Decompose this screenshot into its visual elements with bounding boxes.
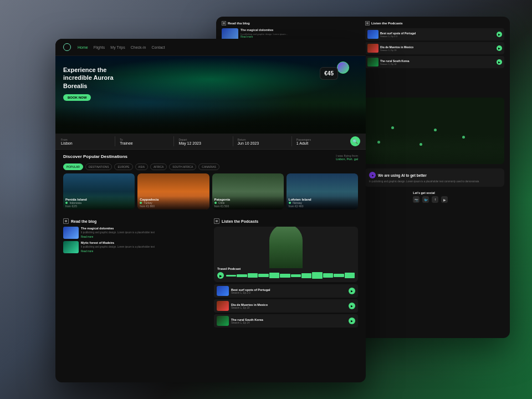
filter-popular[interactable]: POPULAR (63, 163, 83, 170)
dest-price-penida: from €2/5 (65, 204, 132, 208)
dest-card-cappadocia[interactable]: Cappadocia Turkey from €1 860 (137, 173, 209, 209)
destinations-title: Discover Popular Destinations (63, 154, 127, 160)
dest-card-lofoten[interactable]: Lofoten Island Norway from €2 460 (287, 173, 358, 209)
back-play-icon-1: ▶ (498, 33, 500, 36)
podcast-face-inner (269, 227, 303, 268)
blog-section-header: Read the blog (63, 218, 207, 224)
main-wrapper: Read tha blog The magical dolomites It p… (55, 17, 510, 382)
back-podcast-info-3: The rural South Korea Season 1, Ep 14 (380, 59, 495, 65)
instagram-icon[interactable]: 📷 (413, 196, 420, 203)
podcast-thumb-1 (217, 286, 229, 296)
search-divider-2 (173, 136, 174, 146)
search-icon: 🔍 (352, 139, 358, 144)
back-podcast-play-btn-2[interactable]: ▶ (497, 45, 502, 51)
destination-filters: POPULAR DESTINATIONS EUROPE ASIA AFRICA … (63, 163, 358, 170)
search-field-pax: Passengers 1 Adult (296, 138, 346, 145)
destinations-header: Discover Popular Destinations I was flyi… (63, 154, 358, 161)
filter-destinations[interactable]: DESTINATIONS (85, 163, 112, 170)
nav-link-check-in[interactable]: Check-in (131, 45, 146, 49)
wave-bar-7 (291, 274, 301, 277)
map-dot-6 (420, 143, 422, 146)
podcast-play-button[interactable]: ▶ (217, 272, 224, 279)
wave-bar-1 (226, 275, 236, 277)
blog-icon-inner (65, 220, 67, 222)
dest-price-cappadocia: from €1 860 (140, 204, 207, 208)
podcast-play-btn-1[interactable]: ▶ (349, 288, 355, 294)
podcast-thumb-3 (217, 316, 229, 326)
from-value[interactable]: Lisbon (61, 141, 110, 145)
blog-read-more-1[interactable]: Read more (81, 236, 207, 238)
filter-south-africa[interactable]: SOUTH AFRICA (169, 163, 196, 170)
wave-bar-9 (312, 272, 322, 279)
book-now-button[interactable]: BOOK NOW (63, 94, 91, 101)
dest-card-penida[interactable]: Penida Island Indonesia from €2/5 (63, 173, 135, 209)
filter-africa[interactable]: AFRICA (150, 163, 167, 170)
pax-value[interactable]: 1 Adult (296, 141, 346, 145)
filter-europe[interactable]: EUROPE (114, 163, 132, 170)
blog-item-1: The magical dolomites It publishing and … (63, 227, 207, 239)
nav-link-my-trips[interactable]: My Trips (110, 45, 125, 49)
search-divider-1 (115, 136, 115, 146)
blog-post-meta-2: It publishing and graphic design. Lorem … (81, 245, 207, 249)
to-value[interactable]: Trainee (120, 141, 169, 145)
back-blog-read-more-1[interactable]: Read more (241, 35, 361, 38)
wave-bar-3 (248, 273, 258, 278)
back-podcast-thumb-3 (367, 58, 378, 66)
back-podcast-ep-3: Season 1, Ep 14 (380, 63, 495, 65)
podcast-section-title: Listen the Podcasts (222, 219, 258, 223)
podcast-play-btn-2[interactable]: ▶ (349, 303, 355, 309)
back-podcast-icon (365, 21, 370, 25)
search-button[interactable]: 🔍 (350, 136, 360, 146)
podcast-play-btn-3[interactable]: ▶ (349, 318, 355, 324)
wave-bar-5 (269, 273, 279, 278)
blog-text-1: The magical dolomites It publishing and … (81, 227, 207, 238)
back-podcast-icon-inner (366, 22, 369, 24)
footer-social-title: Let's get social (413, 191, 504, 195)
back-play-icon-2: ▶ (498, 47, 500, 50)
back-podcast-play-btn-3[interactable]: ▶ (497, 59, 502, 65)
youtube-icon[interactable]: ▶ (441, 196, 448, 203)
ai-icon-sym: ✦ (371, 173, 374, 177)
blog-section-title: Read the blog (71, 219, 96, 223)
depart-value[interactable]: May 12 2023 (178, 141, 228, 145)
footer-social-col: Let's get social 📷 🐦 f ▶ (413, 191, 504, 216)
back-podcast-item-2: Dia de Muertos in Mexico Season 1, Ep 19… (365, 42, 504, 54)
nav-link-flights[interactable]: Flights (94, 45, 105, 49)
hero-text-area: Experience the incredible Aurora Boreali… (63, 66, 124, 101)
blog-read-more-2[interactable]: Read more (81, 250, 207, 253)
back-podcast-info-1: Best surf spots of Portugal Season 1, Ep… (380, 32, 495, 38)
search-field-depart: Depart May 12 2023 (178, 138, 228, 145)
facebook-icon[interactable]: f (432, 196, 438, 203)
search-divider-3 (233, 136, 233, 146)
logo-icon (63, 43, 71, 51)
back-blog-icon-inner (223, 22, 225, 24)
back-podcast-play-btn-1[interactable]: ▶ (497, 32, 502, 37)
podcast-face-image (269, 227, 303, 268)
blog-thumb-2 (63, 241, 79, 253)
hero-mountains (55, 106, 366, 134)
podcast-play-icon-2: ▶ (351, 304, 353, 308)
podcast-section: Listen the Podcasts Travel Podcast ▶ (214, 218, 358, 329)
hero-title: Experience the incredible Aurora Boreali… (63, 66, 124, 90)
podcast-info-1: Best surf spots of Portugal Season 1, Ep… (231, 288, 346, 294)
nav-link-contact[interactable]: Contact (151, 45, 165, 49)
podcast-play-icon-3: ▶ (351, 319, 353, 323)
blog-post-title-2: Mytic forest of Madeira (81, 241, 207, 245)
dest-card-patagonia[interactable]: Patagonia Chile from €1 500 (212, 173, 284, 209)
flying-from-info: I was flying from Lisbon, Port. gal (336, 154, 358, 161)
filter-asia[interactable]: ASIA (135, 163, 148, 170)
flying-from-location: Lisbon, Port. gal (336, 157, 358, 161)
dest-card-info-penida: Penida Island Indonesia from €2/5 (63, 196, 135, 209)
podcast-info-2: Dia de Muertos in Mexico Season 1, Ep 19 (231, 303, 346, 309)
return-value[interactable]: Jun 10 2023 (238, 141, 287, 145)
search-bar: From Lisbon To Trainee Depart May 12 202… (55, 134, 366, 150)
blog-post-title-1: The magical dolomites (81, 227, 207, 231)
back-blog-icon (222, 21, 226, 25)
podcast-ep-3: Season 1, Ep 14 (231, 321, 346, 324)
podcast-item-1: Best surf spots of Portugal Season 1, Ep… (214, 284, 358, 298)
filter-canarias[interactable]: CANARIAS (198, 163, 219, 170)
search-divider-4 (291, 136, 292, 146)
nav-link-home[interactable]: Home (78, 45, 88, 49)
twitter-icon[interactable]: 🐦 (422, 196, 429, 203)
navigation: Home Flights My Trips Check-in Contact (55, 39, 366, 56)
